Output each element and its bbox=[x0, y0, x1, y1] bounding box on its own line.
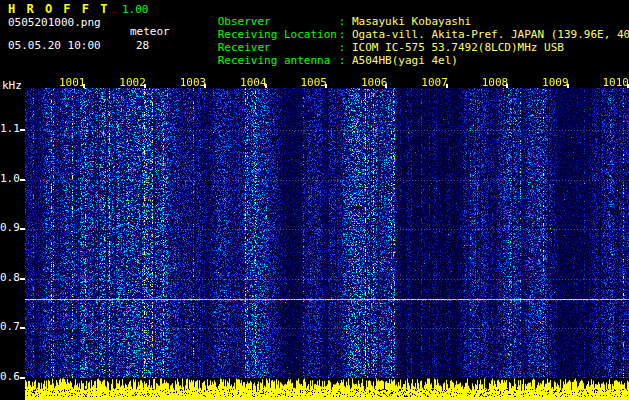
time-tick-label: 1008 bbox=[476, 77, 508, 88]
time-tick-label: 1005 bbox=[295, 77, 327, 88]
field-value-receiver: ICOM IC-575 53.7492(8LCD)MHz USB bbox=[352, 41, 564, 54]
field-label-antenna: Receiving antenna bbox=[218, 54, 339, 67]
field-value-antenna: A504HB(yagi 4el) bbox=[352, 54, 458, 67]
field-label-receiver: Receiver bbox=[218, 41, 339, 54]
spectrogram-canvas bbox=[25, 88, 629, 378]
freq-tick-label: 0.6 bbox=[0, 371, 19, 383]
freq-tick-label: 0.8 bbox=[0, 272, 19, 284]
freq-tick-mark bbox=[20, 129, 25, 131]
freq-tick-mark bbox=[20, 228, 25, 230]
field-label-location: Receiving Location bbox=[218, 28, 339, 41]
time-tick-label: 1003 bbox=[174, 77, 206, 88]
freq-tick-mark bbox=[20, 179, 25, 181]
field-separator: : bbox=[339, 15, 352, 28]
freq-tick-mark bbox=[20, 278, 25, 280]
field-value-location: Ogata-vill. Akita-Pref. JAPAN (139.96E, … bbox=[352, 28, 629, 41]
freq-tick-mark bbox=[20, 327, 25, 329]
echo-count: 28 bbox=[136, 39, 149, 52]
hrofft-screen: H R O F F T 1.00 0505201000.png meteor 0… bbox=[0, 0, 629, 400]
time-tick-mark bbox=[567, 84, 569, 88]
freq-tick-mark bbox=[20, 377, 25, 379]
time-tick-mark bbox=[325, 84, 327, 88]
time-tick-label: 1009 bbox=[537, 77, 569, 88]
station-info-row: Observer: Masayuki Kobayashi bbox=[178, 2, 629, 15]
field-value-observer: Masayuki Kobayashi bbox=[352, 15, 471, 28]
time-tick-label: 1006 bbox=[355, 77, 387, 88]
freq-tick-label: 1.0 bbox=[0, 173, 19, 185]
amplitude-strip-canvas bbox=[25, 378, 629, 400]
mode-label: meteor bbox=[130, 25, 170, 38]
time-tick-label: 1004 bbox=[235, 77, 267, 88]
time-tick-label: 1010 bbox=[597, 77, 629, 88]
timestamp: 05.05.20 10:00 bbox=[8, 39, 101, 52]
time-tick-label: 1002 bbox=[114, 77, 146, 88]
time-tick-mark bbox=[83, 84, 85, 88]
field-label-observer: Observer bbox=[218, 15, 339, 28]
yaxis-unit-label: kHz bbox=[2, 79, 22, 92]
time-tick-mark bbox=[446, 84, 448, 88]
time-tick-mark bbox=[204, 84, 206, 88]
freq-tick-label: 1.1 bbox=[0, 123, 19, 135]
time-tick-mark bbox=[506, 84, 508, 88]
field-separator: : bbox=[339, 28, 352, 41]
freq-tick-label: 0.9 bbox=[0, 222, 19, 234]
time-tick-label: 1007 bbox=[416, 77, 448, 88]
app-title: H R O F F T bbox=[8, 2, 109, 16]
output-filename: 0505201000.png bbox=[8, 16, 101, 29]
station-info: Observer: Masayuki Kobayashi Receiving L… bbox=[178, 2, 629, 54]
app-version: 1.00 bbox=[122, 3, 149, 16]
field-separator: : bbox=[339, 54, 352, 67]
time-tick-mark bbox=[385, 84, 387, 88]
field-separator: : bbox=[339, 41, 352, 54]
freq-tick-label: 0.7 bbox=[0, 321, 19, 333]
time-tick-label: 1001 bbox=[53, 77, 85, 88]
time-tick-mark bbox=[144, 84, 146, 88]
time-tick-mark bbox=[265, 84, 267, 88]
